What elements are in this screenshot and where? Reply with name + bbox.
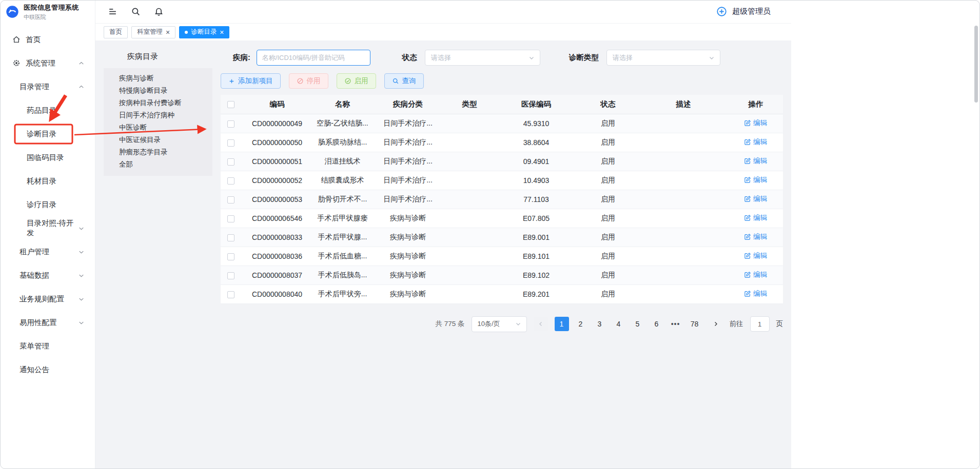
page-button-6[interactable]: 6 [650,317,664,331]
page-button-2[interactable]: 2 [574,317,588,331]
cell-code: CD0000000049 [241,114,313,133]
catalog-item[interactable]: 日间手术治疗病种 [104,109,212,121]
sidebar-item-basic-data[interactable]: 基础数据 [0,263,95,287]
cell-description [639,190,728,209]
row-checkbox[interactable] [227,291,234,298]
edit-button[interactable]: 编辑 [744,232,767,241]
table-row: CD0000008033手术后甲状腺...疾病与诊断E89.001启用编辑 [221,228,783,247]
sidebar-item-label: 药品目录 [27,106,56,115]
query-button[interactable]: 查询 [384,73,424,89]
sidebar-item-menu-mgmt[interactable]: 菜单管理 [0,334,95,358]
row-checkbox[interactable] [227,253,234,260]
catalog-item[interactable]: 全部 [104,158,212,171]
tab-diagnosis-catalog[interactable]: 诊断目录× [179,26,229,38]
row-checkbox[interactable] [227,177,234,185]
cell-description [639,247,728,266]
edit-icon [744,252,751,259]
scrollbar-thumb[interactable] [974,26,978,103]
sidebar-item-consumable-catalog[interactable]: 耗材目录 [0,169,95,193]
status-select[interactable]: 请选择 [425,50,540,66]
edit-button[interactable]: 编辑 [744,270,767,279]
catalog-item[interactable]: 中医诊断 [104,121,212,134]
cell-insurance_code: 77.1103 [495,190,577,209]
catalog-item[interactable]: 肿瘤形态学目录 [104,146,212,158]
notification-bell-icon[interactable] [154,7,164,16]
sidebar-item-drug-catalog[interactable]: 药品目录 [0,98,95,122]
row-checkbox[interactable] [227,139,234,147]
page-button-3[interactable]: 3 [593,317,607,331]
page-button-1[interactable]: 1 [555,317,569,331]
cell-description [639,266,728,284]
cell-category: 疾病与诊断 [372,247,444,266]
goto-page-input[interactable] [750,316,770,332]
table-row: CD0000008036手术后低血糖...疾病与诊断E89.101启用编辑 [221,247,783,266]
edit-button[interactable]: 编辑 [744,289,767,298]
edit-button[interactable]: 编辑 [744,137,767,147]
enable-button[interactable]: 启用 [337,73,376,89]
sidebar-item-catalog-mgmt[interactable]: 目录管理 [0,75,95,98]
page-button-78[interactable]: 78 [688,317,702,331]
sidebar-item-notice[interactable]: 通知公告 [0,358,95,381]
page-button-4[interactable]: 4 [612,317,626,331]
next-page-button[interactable] [709,317,723,331]
row-checkbox[interactable] [227,158,234,166]
page-button-5[interactable]: 5 [631,317,645,331]
edit-button[interactable]: 编辑 [744,156,767,166]
sidebar-item-label: 目录管理 [19,82,49,92]
disable-button[interactable]: 停用 [289,73,328,89]
home-icon [12,35,21,44]
row-checkbox[interactable] [227,120,234,128]
catalog-item[interactable]: 按病种目录付费诊断 [104,97,212,109]
disease-filter-label: 疾病: [233,53,250,63]
user-name: 超级管理员 [732,7,771,16]
sidebar-item-business-rules[interactable]: 业务规则配置 [0,287,95,311]
row-checkbox[interactable] [227,272,234,279]
edit-button[interactable]: 编辑 [744,213,767,222]
select-all-checkbox[interactable] [227,101,234,108]
filter-bar: 疾病: 状态 请选择 诊断类型 请选择 [233,50,783,66]
edit-button[interactable]: 编辑 [744,175,767,185]
cell-category: 疾病与诊断 [372,266,444,284]
diagnosis-type-select[interactable]: 请选择 [606,50,720,66]
collapse-sidebar-icon[interactable] [108,7,117,16]
sidebar-item-treatment-catalog[interactable]: 诊疗目录 [0,193,95,216]
status-select-placeholder: 请选择 [431,53,451,63]
cell-insurance_code: E89.101 [495,247,577,266]
global-search-icon[interactable] [131,7,141,16]
sidebar-item-tenant-mgmt[interactable]: 租户管理 [0,240,95,263]
add-item-button[interactable]: 添加新项目 [221,73,281,89]
tab-home[interactable]: 首页 [104,26,128,38]
catalog-item[interactable]: 中医证候目录 [104,134,212,146]
sidebar-item-home[interactable]: 首页 [0,28,95,51]
tab-close-icon[interactable]: × [166,29,170,36]
disease-search-input[interactable] [257,50,370,66]
edit-button[interactable]: 编辑 [744,118,767,128]
more-pages-button[interactable]: ••• [669,317,683,331]
prev-page-button[interactable] [534,317,548,331]
page-size-select[interactable]: 10条/页 [472,316,527,332]
edit-button[interactable]: 编辑 [744,251,767,260]
edit-icon [744,195,751,202]
row-checkbox[interactable] [227,234,234,241]
row-select-cell [221,266,241,284]
user-menu[interactable]: 超级管理员 [716,6,771,17]
sidebar-item-usability-config[interactable]: 易用性配置 [0,311,95,334]
status-filter-label: 状态 [402,53,417,63]
sidebar-item-label: 租户管理 [19,247,49,257]
sidebar-item-label: 易用性配置 [19,318,57,328]
tab-close-icon[interactable]: × [220,29,224,36]
row-checkbox[interactable] [227,196,234,203]
catalog-item[interactable]: 疾病与诊断 [104,72,212,85]
tab-dept-mgmt[interactable]: 科室管理× [131,26,175,38]
sidebar-item-national-code-catalog[interactable]: 国临码目录 [0,146,95,169]
catalog-item[interactable]: 特慢病诊断目录 [104,85,212,97]
sidebar-item-system-mgmt[interactable]: 系统管理 [0,51,95,75]
cell-status: 启用 [577,114,639,133]
row-checkbox[interactable] [227,215,234,222]
column-header-6: 状态 [577,95,639,114]
sidebar-item-catalog-mapping[interactable]: 目录对照-待开发 [0,216,95,240]
edit-button[interactable]: 编辑 [744,194,767,203]
tab-label: 诊断目录 [191,28,217,36]
cell-insurance_code: E89.102 [495,266,577,284]
sidebar-item-diagnosis-catalog[interactable]: 诊断目录 [0,122,95,146]
